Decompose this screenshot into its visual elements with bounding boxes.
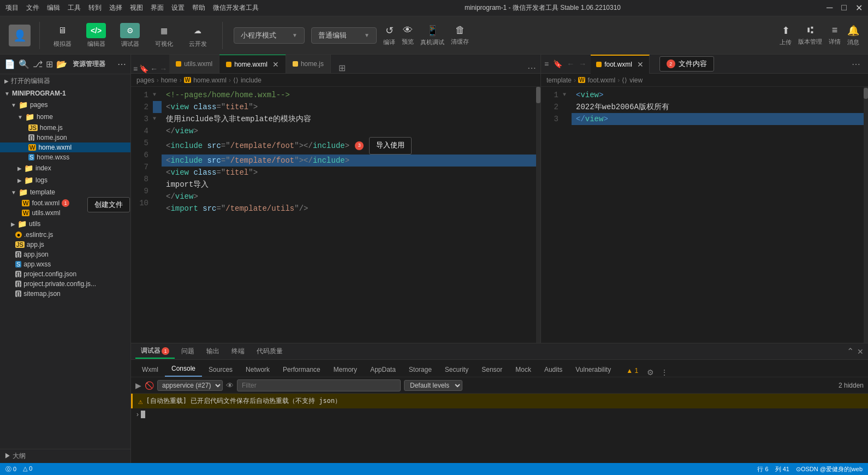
right-scrollbar[interactable] xyxy=(864,87,868,343)
right-bc-view[interactable]: view xyxy=(629,76,643,84)
compile-dropdown[interactable]: 普通编辑 ▼ xyxy=(311,27,377,44)
collapse-panel-icon[interactable]: ⌃ xyxy=(847,346,854,357)
compile-button[interactable]: ↺ 编译 xyxy=(383,25,395,46)
menu-goto[interactable]: 转到 xyxy=(88,3,102,13)
sidebar-item-app-wxss[interactable]: S app.wxss xyxy=(0,259,130,269)
message-button[interactable]: 🔔 消息 xyxy=(847,25,859,46)
tab-utils-wxml[interactable]: utils.wxml xyxy=(169,55,219,73)
console-content[interactable]: ⚠ [自动热重载] 已开启代码文件保存后自动热重载（不支持 json） › xyxy=(131,394,868,463)
maximize-button[interactable]: □ xyxy=(841,3,847,13)
sidebar-item-app-json[interactable]: {} app.json xyxy=(0,250,130,259)
menu-wechat[interactable]: 微信开发者工具 xyxy=(213,3,259,13)
devtools-tab-appdata[interactable]: AppData xyxy=(364,363,402,377)
bottom-tab-terminal[interactable]: 终端 xyxy=(226,345,250,358)
console-clear-icon[interactable]: 🚫 xyxy=(145,381,154,390)
menu-project[interactable]: 项目 xyxy=(5,3,19,13)
right-list-icon[interactable]: ≡ xyxy=(544,60,549,68)
new-file-icon[interactable]: 📄 xyxy=(4,59,15,69)
console-cursor-row[interactable]: › xyxy=(131,408,868,420)
sidebar-item-eslint[interactable]: ● .eslintrc.js xyxy=(0,230,130,240)
split-editor-icon[interactable]: ⊞ xyxy=(46,59,53,69)
menu-interface[interactable]: 界面 xyxy=(151,3,164,13)
code-content-right[interactable]: <view> 2022年web2006A版权所有 </view> xyxy=(572,87,864,343)
pages-folder[interactable]: ▼ 📁 pages xyxy=(0,99,130,111)
devtools-tab-console[interactable]: Console xyxy=(165,361,202,377)
right-more-btn[interactable]: ⋯ xyxy=(847,59,865,69)
right-bc-file[interactable]: foot.wxml xyxy=(587,76,615,84)
mode-dropdown[interactable]: 小程序模式 ▼ xyxy=(234,27,305,44)
devtools-tab-sensor[interactable]: Sensor xyxy=(475,363,509,377)
breadcrumb-include[interactable]: include xyxy=(241,76,261,84)
log-levels-selector[interactable]: Default levels xyxy=(404,380,462,391)
breadcrumb-file[interactable]: home.wxml xyxy=(193,76,227,84)
devtools-tab-sources[interactable]: Sources xyxy=(202,363,239,377)
bottom-tab-code-quality[interactable]: 代码质量 xyxy=(251,345,288,358)
devtools-tab-network[interactable]: Network xyxy=(239,363,276,377)
menu-edit[interactable]: 编辑 xyxy=(47,3,60,13)
more-tabs-btn[interactable]: ⋯ xyxy=(523,63,540,73)
debugger-button[interactable]: ⚙ 调试器 xyxy=(116,23,144,48)
devtools-settings-icon[interactable]: ⚙ xyxy=(643,368,658,377)
bottom-tab-issues[interactable]: 问题 xyxy=(176,345,200,358)
right-bookmark-icon[interactable]: 🔖 xyxy=(553,60,562,68)
sidebar-item-home-wxss[interactable]: S home.wxss xyxy=(0,152,130,162)
code-content-left[interactable]: <!--pages/home/home.wxml--> <view class=… xyxy=(162,87,536,343)
devtools-tab-vulnerability[interactable]: Vulnerability xyxy=(569,363,617,377)
list-icon[interactable]: ≡ xyxy=(133,64,138,73)
sidebar-item-foot-wxml[interactable]: W foot.wxml 1 创建文件 xyxy=(0,198,130,208)
menu-bar[interactable]: 项目 文件 编辑 工具 转到 选择 视图 界面 设置 帮助 微信开发者工具 xyxy=(5,3,259,13)
template-folder[interactable]: ▼ 📁 template xyxy=(0,186,130,198)
outline-label[interactable]: ▶ 大纲 xyxy=(4,452,26,461)
breadcrumb-pages[interactable]: pages xyxy=(136,76,154,84)
forward-icon[interactable]: → xyxy=(159,64,167,73)
back-icon[interactable]: ← xyxy=(150,64,158,73)
details-button[interactable]: ≡ 详情 xyxy=(829,25,841,46)
tab-home-js[interactable]: home.js xyxy=(286,55,331,73)
split-editor-btn[interactable]: ⊞ xyxy=(335,63,349,73)
real-device-button[interactable]: 📱 真机调试 xyxy=(420,25,444,46)
right-forward-icon[interactable]: → xyxy=(579,60,586,68)
window-controls[interactable]: ─ □ ✕ xyxy=(827,3,863,13)
menu-file[interactable]: 文件 xyxy=(26,3,39,13)
filter-input[interactable] xyxy=(237,379,401,391)
bottom-tab-output[interactable]: 输出 xyxy=(201,345,225,358)
devtools-tab-wxml[interactable]: Wxml xyxy=(135,363,165,377)
source-control-icon[interactable]: ⎇ xyxy=(33,59,43,69)
more-options-icon[interactable]: ⋯ xyxy=(117,59,126,69)
devtools-tab-performance[interactable]: Performance xyxy=(276,363,327,377)
close-panel-icon[interactable]: ✕ xyxy=(857,347,864,356)
tab-foot-wxml[interactable]: foot.wxml ✕ xyxy=(591,55,650,74)
sidebar-item-home-js[interactable]: JS home.js xyxy=(0,123,130,133)
devtools-tab-security[interactable]: Security xyxy=(438,363,475,377)
clear-cache-button[interactable]: 🗑 清缓存 xyxy=(451,25,469,46)
menu-select[interactable]: 选择 xyxy=(109,3,122,13)
sidebar-item-project-config[interactable]: {} project.config.json xyxy=(0,269,130,279)
eye-icon[interactable]: 👁 xyxy=(226,381,234,390)
index-folder[interactable]: ▶ 📁 index xyxy=(0,162,130,174)
devtools-tab-memory[interactable]: Memory xyxy=(327,363,364,377)
avatar[interactable]: 👤 xyxy=(9,25,31,46)
explorer-icon[interactable]: 📂 xyxy=(56,59,67,69)
menu-view[interactable]: 视图 xyxy=(130,3,143,13)
version-mgr-button[interactable]: ⑆ 版本管理 xyxy=(798,25,822,46)
minimize-button[interactable]: ─ xyxy=(827,3,833,13)
home-folder[interactable]: ▼ 📁 home xyxy=(0,111,130,123)
search-icon[interactable]: 🔍 xyxy=(19,59,29,69)
utils-folder[interactable]: ▶ 📁 utils xyxy=(0,218,130,230)
tab-foot-wxml-close[interactable]: ✕ xyxy=(637,60,644,69)
right-back-icon[interactable]: ← xyxy=(567,60,574,68)
preview-button[interactable]: 👁 预览 xyxy=(402,25,414,46)
cloud-button[interactable]: ☁ 云开发 xyxy=(184,23,211,48)
devtools-tab-storage[interactable]: Storage xyxy=(402,363,438,377)
console-run-icon[interactable]: ▶ xyxy=(135,381,141,390)
devtools-tab-audits[interactable]: Audits xyxy=(538,363,569,377)
close-button[interactable]: ✕ xyxy=(855,3,863,13)
service-selector[interactable]: appservice (#27) xyxy=(157,380,223,391)
sidebar-item-project-private[interactable]: {} project.private.config.js... xyxy=(0,279,130,289)
visualize-button[interactable]: ▦ 可视化 xyxy=(150,23,177,48)
open-editors-section[interactable]: ▶ 打开的编辑器 xyxy=(0,74,130,88)
editor-button[interactable]: </> 编辑器 xyxy=(82,23,110,48)
project-section[interactable]: ▼ MINIPROGRAM-1 xyxy=(0,88,130,99)
simulator-button[interactable]: 🖥 模拟器 xyxy=(49,23,76,48)
right-bc-template[interactable]: template xyxy=(546,76,572,84)
